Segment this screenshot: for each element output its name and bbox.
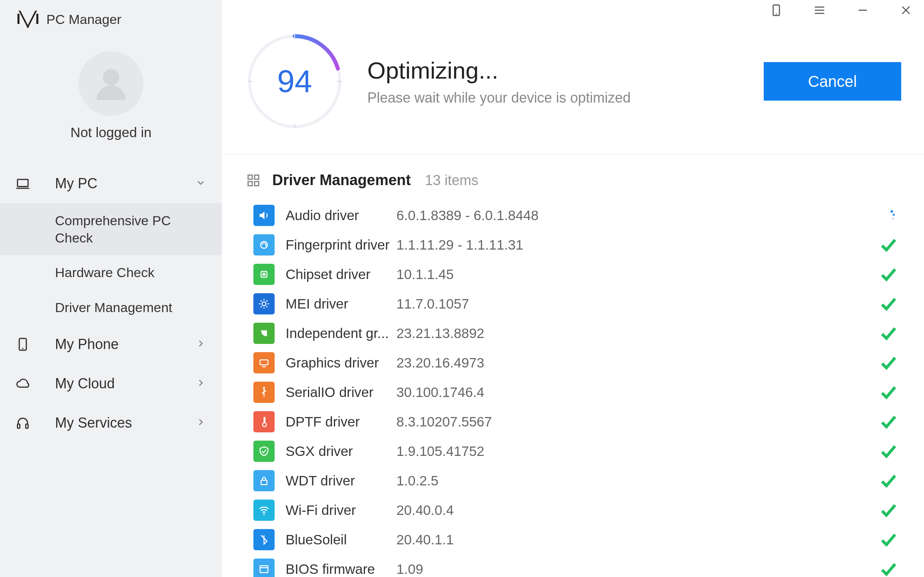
driver-name: WDT driver	[275, 473, 396, 489]
driver-row[interactable]: SerialIO driver30.100.1746.4	[253, 377, 900, 407]
status-ok-icon	[876, 502, 900, 519]
status-ok-icon	[876, 266, 900, 283]
driver-version: 30.100.1746.4	[396, 384, 876, 400]
optimize-header: 94 Optimizing... Please wait while your …	[222, 20, 924, 154]
driver-name: Audio driver	[275, 208, 396, 223]
driver-name: Independent gr...	[275, 325, 396, 341]
main-panel: 94 Optimizing... Please wait while your …	[222, 0, 924, 577]
sidebar-item-label: My Phone	[35, 336, 195, 353]
chip-icon	[253, 264, 275, 285]
sidebar-item-label: My PC	[35, 175, 195, 192]
cloud-icon	[16, 377, 35, 391]
laptop-icon	[16, 176, 35, 191]
driver-version: 1.09	[396, 561, 876, 577]
driver-version: 11.7.0.1057	[396, 296, 876, 312]
status-ok-icon	[876, 295, 900, 312]
driver-list: Audio driver6.0.1.8389 - 6.0.1.8448Finge…	[222, 200, 924, 577]
speaker-icon	[253, 205, 275, 226]
sidebar-nav: My PC Comprehensive PC Check Hardware Ch…	[0, 164, 222, 443]
section-title: Driver Management	[272, 172, 411, 189]
driver-name: SGX driver	[275, 443, 396, 459]
sidebar-item-my-phone[interactable]: My Phone	[0, 325, 222, 364]
svg-point-27	[103, 69, 119, 85]
driver-row[interactable]: Graphics driver23.20.16.4973	[253, 348, 900, 377]
phone-icon	[770, 4, 783, 17]
driver-row[interactable]: MEI driver11.7.0.1057	[253, 289, 900, 318]
score-ring: 94	[246, 32, 344, 130]
driver-row[interactable]: SGX driver1.9.105.41752	[253, 436, 900, 466]
driver-version: 6.0.1.8389 - 6.0.1.8448	[396, 208, 876, 223]
driver-row[interactable]: Chipset driver10.1.1.45	[253, 259, 900, 289]
bios-icon	[253, 559, 275, 577]
menu-icon	[813, 4, 826, 17]
status-ok-icon	[876, 472, 900, 489]
sidebar-item-my-cloud[interactable]: My Cloud	[0, 364, 222, 403]
app-logo-icon: I╲╱I	[16, 11, 38, 28]
driver-version: 23.20.16.4973	[396, 355, 876, 371]
driver-version: 23.21.13.8892	[396, 325, 876, 341]
menu-button[interactable]	[809, 0, 830, 20]
status-loading-icon	[876, 208, 900, 223]
driver-name: DPTF driver	[275, 414, 396, 430]
gear-icon	[253, 293, 275, 314]
sidebar: I╲╱I PC Manager Not logged in My PC Comp…	[0, 0, 222, 577]
thermo-icon	[253, 411, 275, 432]
driver-version: 1.0.2.5	[396, 473, 876, 489]
sidebar-subitem-driver-management[interactable]: Driver Management	[0, 290, 222, 325]
driver-name: BlueSoleil	[275, 532, 396, 548]
driver-version: 10.1.1.45	[396, 266, 876, 282]
titlebar	[222, 0, 924, 20]
driver-version: 20.40.1.1	[396, 532, 876, 548]
avatar[interactable]	[79, 51, 143, 116]
sidebar-item-my-pc[interactable]: My PC	[0, 164, 222, 203]
driver-name: Wi-Fi driver	[275, 502, 396, 518]
driver-row[interactable]: Independent gr...23.21.13.8892	[253, 318, 900, 348]
driver-row[interactable]: Wi-Fi driver20.40.0.4	[253, 495, 900, 525]
sidebar-subitem-hardware-check[interactable]: Hardware Check	[0, 255, 222, 290]
section-header: Driver Management 13 items	[222, 154, 924, 200]
phone-link-button[interactable]	[766, 0, 786, 20]
optimize-title: Optimizing...	[367, 57, 764, 84]
phone-icon	[16, 337, 35, 351]
driver-version: 1.1.11.29 - 1.1.11.31	[396, 237, 876, 253]
sidebar-subitem-comprehensive-check[interactable]: Comprehensive PC Check	[0, 203, 222, 255]
wifi-icon	[253, 500, 275, 521]
profile-block[interactable]: Not logged in	[0, 51, 222, 140]
driver-row[interactable]: BIOS firmware1.09	[253, 554, 900, 577]
driver-name: MEI driver	[275, 296, 396, 312]
status-ok-icon	[876, 531, 900, 548]
status-ok-icon	[876, 354, 900, 371]
sidebar-item-label: My Services	[35, 415, 195, 431]
sidebar-subnav-my-pc: Comprehensive PC Check Hardware Check Dr…	[0, 203, 222, 325]
chevron-right-icon	[195, 338, 206, 351]
driver-row[interactable]: Audio driver6.0.1.8389 - 6.0.1.8448	[253, 200, 900, 230]
minimize-button[interactable]	[852, 0, 873, 20]
bluetooth-icon	[253, 529, 275, 550]
driver-name: BIOS firmware	[275, 561, 396, 577]
svg-point-34	[893, 213, 895, 215]
nvidia-icon	[253, 323, 275, 344]
sidebar-item-label: My Cloud	[35, 375, 195, 392]
chevron-right-icon	[195, 417, 206, 429]
driver-name: Fingerprint driver	[275, 237, 396, 253]
driver-row[interactable]: Fingerprint driver1.1.11.29 - 1.1.11.31	[253, 230, 900, 259]
driver-row[interactable]: WDT driver1.0.2.5	[253, 466, 900, 495]
display-icon	[253, 352, 275, 373]
driver-row[interactable]: DPTF driver8.3.10207.5567	[253, 407, 900, 436]
cancel-button[interactable]: Cancel	[764, 62, 901, 101]
sidebar-item-my-services[interactable]: My Services	[0, 403, 222, 443]
optimize-subtitle: Please wait while your device is optimiz…	[367, 90, 764, 106]
svg-point-35	[892, 218, 894, 219]
avatar-placeholder-icon	[92, 64, 131, 103]
usb-icon	[253, 382, 275, 403]
app-header: I╲╱I PC Manager	[0, 0, 222, 28]
driver-row[interactable]: BlueSoleil20.40.1.1	[253, 525, 900, 554]
score-value: 94	[277, 63, 312, 99]
close-button[interactable]	[896, 0, 916, 20]
status-ok-icon	[876, 236, 900, 254]
driver-version: 8.3.10207.5567	[396, 414, 876, 430]
driver-version: 1.9.105.41752	[396, 443, 876, 459]
chevron-down-icon	[195, 177, 206, 190]
driver-name: Chipset driver	[275, 266, 396, 282]
driver-version: 20.40.0.4	[396, 502, 876, 518]
